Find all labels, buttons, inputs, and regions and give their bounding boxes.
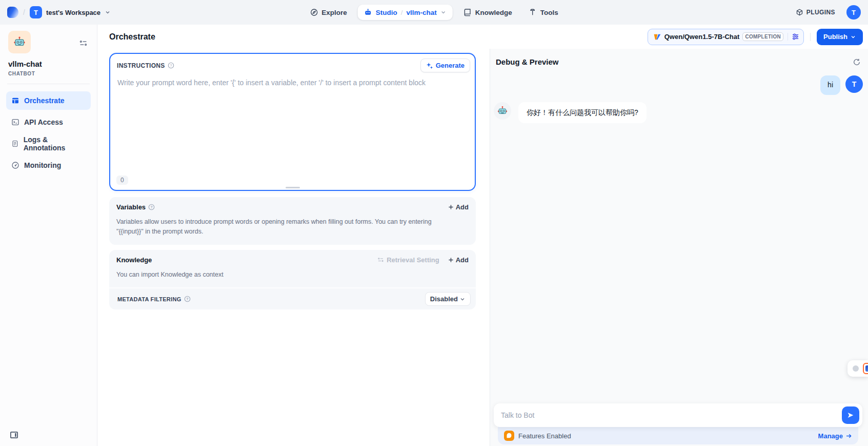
chevron-down-icon <box>440 9 447 15</box>
help-icon[interactable]: ? <box>148 204 155 210</box>
knowledge-header: Knowledge Retrieval Setting Add <box>109 250 476 267</box>
nav-knowledge[interactable]: Knowledge <box>458 5 518 20</box>
add-variable-button[interactable]: Add <box>448 203 469 211</box>
add-knowledge-label: Add <box>456 256 469 264</box>
help-icon[interactable]: ? <box>184 296 191 302</box>
plugins-button[interactable]: PLUGINS <box>792 6 839 20</box>
svg-text:?: ? <box>151 205 153 209</box>
knowledge-actions: Retrieval Setting Add <box>377 256 469 264</box>
workspace-name: test's Workspace <box>46 9 100 16</box>
debug-preview-panel: Debug & Preview hi T 你好 <box>490 49 868 446</box>
nav-studio-slash: / <box>401 9 403 16</box>
layout-grid-icon <box>11 96 19 105</box>
chat-input-area: Features Enabled Manage <box>490 403 868 446</box>
sidebar-item-label: Monitoring <box>24 161 61 169</box>
sidebar-item-orchestrate[interactable]: Orchestrate <box>6 91 91 110</box>
plus-icon <box>448 204 454 210</box>
sidebar-item-label: API Access <box>24 118 63 126</box>
main-header: Orchestrate Qwen/Qwen1.5-7B-Chat COMPLET… <box>97 25 868 49</box>
nav-explore[interactable]: Explore <box>304 5 353 20</box>
status-dot <box>853 365 859 372</box>
sparkles-icon <box>426 62 433 69</box>
metadata-filtering-row: METADATA FILTERING ? Disabled <box>109 287 476 309</box>
char-count-badge: 0 <box>116 176 128 185</box>
workspace-selector[interactable]: T test's Workspace <box>30 6 111 18</box>
robot-emoji-icon <box>13 35 26 49</box>
floating-widget[interactable] <box>847 360 868 377</box>
collapse-sidebar-button[interactable] <box>9 430 19 440</box>
resize-handle[interactable] <box>286 187 300 188</box>
manage-label: Manage <box>818 432 843 440</box>
add-knowledge-button[interactable]: Add <box>448 256 469 264</box>
manage-features-link[interactable]: Manage <box>818 432 852 440</box>
nav-tools[interactable]: Tools <box>523 5 564 20</box>
nav-explore-label: Explore <box>321 9 347 16</box>
publish-button[interactable]: Publish <box>817 29 863 45</box>
app-icon[interactable] <box>8 31 31 53</box>
model-name: Qwen/Qwen1.5-7B-Chat <box>664 33 740 41</box>
knowledge-description: You can import Knowledge as context <box>109 267 441 287</box>
chat-input[interactable] <box>494 403 862 427</box>
metadata-filtering-select[interactable]: Disabled <box>425 292 471 306</box>
variables-title-text: Variables <box>116 203 146 211</box>
chevron-down-icon <box>850 34 856 40</box>
restart-conversation-icon[interactable] <box>853 58 861 66</box>
svg-text:?: ? <box>170 64 172 67</box>
chat-message-user: hi T <box>494 75 863 95</box>
main-header-actions: Qwen/Qwen1.5-7B-Chat COMPLETION Publish <box>648 29 863 45</box>
robot-emoji-icon <box>497 105 508 117</box>
nav-studio-label: Studio <box>376 9 397 16</box>
svg-text:?: ? <box>186 297 188 301</box>
nav-studio-app-label: vllm-chat <box>407 9 437 16</box>
send-button[interactable] <box>842 406 859 424</box>
chevron-down-icon <box>459 296 466 302</box>
primary-nav: Explore Studio / vllm-chat Knowledge Too… <box>304 0 564 25</box>
assistant-avatar <box>494 102 511 120</box>
instructions-title: INSTRUCTIONS <box>117 62 165 69</box>
topbar: / T test's Workspace Explore Studio / vl… <box>0 0 868 25</box>
variables-title: Variables ? <box>116 203 155 211</box>
user-message-bubble: hi <box>820 75 840 95</box>
robot-icon <box>364 8 372 16</box>
add-variable-label: Add <box>456 203 469 211</box>
paper-plane-icon <box>846 411 855 419</box>
sidebar-item-logs-annotations[interactable]: Logs & Annotations <box>6 134 91 153</box>
debug-preview-header: Debug & Preview <box>490 49 868 71</box>
help-icon[interactable]: ? <box>168 62 174 69</box>
sliders-icon <box>79 39 88 48</box>
sidebar-item-monitoring[interactable]: Monitoring <box>6 156 91 174</box>
vllm-icon <box>653 33 661 41</box>
user-avatar[interactable]: T <box>846 5 861 20</box>
book-icon <box>463 8 472 16</box>
prompt-editor[interactable]: Write your prompt word here, enter '{' t… <box>110 72 475 93</box>
model-selector[interactable]: Qwen/Qwen1.5-7B-Chat COMPLETION <box>648 29 804 45</box>
chevron-down-icon <box>105 9 111 15</box>
instructions-header: INSTRUCTIONS ? Generate <box>110 54 475 72</box>
terminal-icon <box>11 118 19 126</box>
nav-tools-label: Tools <box>540 9 558 16</box>
generate-button[interactable]: Generate <box>420 59 470 72</box>
sidebar-nav: Orchestrate API Access Logs & Annotation… <box>6 91 91 174</box>
nav-studio-current-app[interactable]: Studio / vllm-chat <box>358 5 453 20</box>
arrow-right-icon <box>845 433 852 439</box>
sidebar-item-label: Orchestrate <box>24 96 65 105</box>
nav-knowledge-label: Knowledge <box>475 9 512 16</box>
sidebar-divider <box>7 84 90 84</box>
page-title: Orchestrate <box>109 32 155 42</box>
knowledge-section: Knowledge Retrieval Setting Add You can … <box>109 250 476 309</box>
assistant-message-bubble: 你好！有什么问题我可以帮助你吗? <box>518 102 647 124</box>
app-type-label: CHATBOT <box>8 71 91 76</box>
instructions-panel: INSTRUCTIONS ? Generate Write your promp… <box>109 53 476 191</box>
sidebar-item-label: Logs & Annotations <box>24 135 86 152</box>
variables-description: Variables allow users to introduce promp… <box>109 214 441 245</box>
retrieval-setting-button[interactable]: Retrieval Setting <box>377 256 439 264</box>
app-operations-button[interactable] <box>77 37 90 50</box>
variables-header: Variables ? Add <box>109 197 476 214</box>
features-icon <box>504 431 514 441</box>
breadcrumb-slash: / <box>23 8 25 16</box>
topbar-right: PLUGINS T <box>792 5 861 20</box>
dify-logo[interactable] <box>7 7 18 18</box>
metadata-filtering-value: Disabled <box>430 295 458 303</box>
sidebar-item-api-access[interactable]: API Access <box>6 113 91 131</box>
app-name: vllm-chat <box>8 60 91 68</box>
